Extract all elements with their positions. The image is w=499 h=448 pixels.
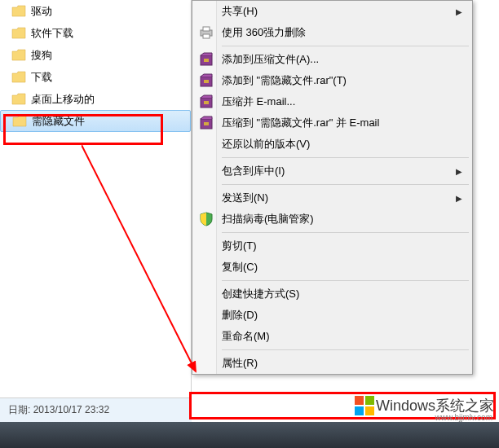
folder-item[interactable]: 桌面上移动的 bbox=[0, 88, 191, 110]
svg-rect-16 bbox=[365, 406, 374, 415]
folder-item[interactable]: 驱动 bbox=[0, 0, 191, 22]
winrar-icon bbox=[197, 93, 215, 111]
svg-rect-1 bbox=[203, 27, 210, 31]
menu-rename[interactable]: 重命名(M) bbox=[192, 326, 472, 347]
svg-rect-14 bbox=[365, 396, 374, 405]
context-menu: 共享(H) ▶ 使用 360强力删除 添加到压缩文件(A)... 添加到 "需隐… bbox=[192, 0, 473, 375]
menu-label: 共享(H) bbox=[222, 4, 258, 19]
svg-rect-8 bbox=[204, 101, 209, 104]
menu-label: 创建快捷方式(S) bbox=[222, 287, 299, 301]
menu-separator bbox=[222, 280, 469, 281]
menu-separator bbox=[222, 157, 469, 158]
menu-label: 扫描病毒(电脑管家) bbox=[222, 212, 314, 226]
folder-icon bbox=[11, 49, 26, 61]
menu-label: 压缩并 E-mail... bbox=[222, 94, 295, 109]
svg-rect-15 bbox=[355, 406, 364, 415]
submenu-arrow-icon: ▶ bbox=[456, 194, 462, 203]
menu-label: 属性(R) bbox=[222, 356, 258, 371]
menu-rar-add-named[interactable]: 添加到 "需隐藏文件.rar"(T) bbox=[192, 70, 472, 91]
menu-separator bbox=[222, 46, 469, 46]
menu-restore[interactable]: 还原以前的版本(V) bbox=[192, 134, 472, 155]
menu-properties[interactable]: 属性(R) bbox=[192, 353, 472, 374]
folder-label: 软件下载 bbox=[31, 26, 73, 41]
folder-item-selected[interactable]: 需隐藏文件 bbox=[0, 110, 191, 132]
folder-icon bbox=[11, 93, 26, 105]
submenu-arrow-icon: ▶ bbox=[456, 167, 462, 176]
menu-virus-scan[interactable]: 扫描病毒(电脑管家) bbox=[192, 209, 472, 230]
menu-send-to[interactable]: 发送到(N) ▶ bbox=[192, 187, 472, 209]
menu-label: 发送到(N) bbox=[222, 191, 268, 205]
folder-label: 驱动 bbox=[31, 4, 52, 19]
winrar-icon bbox=[197, 114, 215, 132]
folder-label: 桌面上移动的 bbox=[31, 92, 95, 107]
folder-icon bbox=[12, 115, 27, 127]
svg-rect-4 bbox=[204, 59, 209, 62]
menu-create-shortcut[interactable]: 创建快捷方式(S) bbox=[192, 283, 472, 305]
menu-share[interactable]: 共享(H) ▶ bbox=[192, 1, 472, 22]
svg-rect-13 bbox=[355, 396, 364, 405]
svg-rect-10 bbox=[204, 122, 209, 125]
svg-rect-2 bbox=[203, 34, 210, 38]
menu-rar-email-named[interactable]: 压缩到 "需隐藏文件.rar" 并 E-mail bbox=[192, 112, 472, 134]
menu-label: 复制(C) bbox=[222, 260, 258, 275]
folder-item[interactable]: 软件下载 bbox=[0, 22, 191, 44]
menu-separator bbox=[222, 349, 469, 350]
taskbar[interactable] bbox=[0, 422, 499, 448]
menu-label: 删除(D) bbox=[222, 308, 258, 323]
printer-icon bbox=[197, 24, 215, 42]
menu-copy[interactable]: 复制(C) bbox=[192, 257, 472, 278]
folder-item[interactable]: 搜狗 bbox=[0, 44, 191, 66]
winrar-icon bbox=[197, 72, 215, 90]
menu-label: 添加到 "需隐藏文件.rar"(T) bbox=[222, 73, 347, 88]
menu-label: 还原以前的版本(V) bbox=[222, 137, 310, 152]
menu-label: 包含到库中(I) bbox=[222, 164, 285, 178]
windows-logo-icon bbox=[353, 394, 376, 417]
submenu-arrow-icon: ▶ bbox=[456, 7, 462, 16]
winrar-icon bbox=[197, 51, 215, 68]
status-date-label: 日期: bbox=[8, 404, 30, 415]
menu-label: 使用 360强力删除 bbox=[222, 25, 306, 40]
watermark-url: www.bjjmlv.com bbox=[435, 413, 492, 422]
menu-delete[interactable]: 删除(D) bbox=[192, 305, 472, 326]
folder-icon bbox=[11, 5, 26, 17]
folder-label: 下载 bbox=[31, 70, 52, 85]
folder-item[interactable]: 下载 bbox=[0, 66, 191, 88]
folder-icon bbox=[11, 27, 26, 39]
folder-label: 搜狗 bbox=[31, 48, 52, 63]
status-date-value: 2013/10/17 23:32 bbox=[33, 404, 109, 415]
menu-include-library[interactable]: 包含到库中(I) ▶ bbox=[192, 160, 472, 182]
menu-label: 剪切(T) bbox=[222, 239, 257, 253]
menu-label: 重命名(M) bbox=[222, 329, 270, 344]
menu-label: 压缩到 "需隐藏文件.rar" 并 E-mail bbox=[222, 116, 379, 130]
menu-cut[interactable]: 剪切(T) bbox=[192, 235, 472, 257]
menu-label: 添加到压缩文件(A)... bbox=[222, 52, 319, 67]
menu-rar-add[interactable]: 添加到压缩文件(A)... bbox=[192, 49, 472, 70]
menu-rar-email[interactable]: 压缩并 E-mail... bbox=[192, 91, 472, 112]
folder-tree-pane: 驱动 软件下载 搜狗 下载 bbox=[0, 0, 192, 448]
menu-separator bbox=[222, 232, 469, 233]
svg-rect-6 bbox=[204, 80, 209, 83]
status-bar: 日期: 2013/10/17 23:32 bbox=[0, 397, 192, 422]
shield-icon bbox=[197, 210, 215, 228]
folder-icon bbox=[11, 71, 26, 83]
folder-label: 需隐藏文件 bbox=[32, 114, 85, 129]
menu-separator bbox=[222, 184, 469, 185]
menu-360-delete[interactable]: 使用 360强力删除 bbox=[192, 22, 472, 43]
